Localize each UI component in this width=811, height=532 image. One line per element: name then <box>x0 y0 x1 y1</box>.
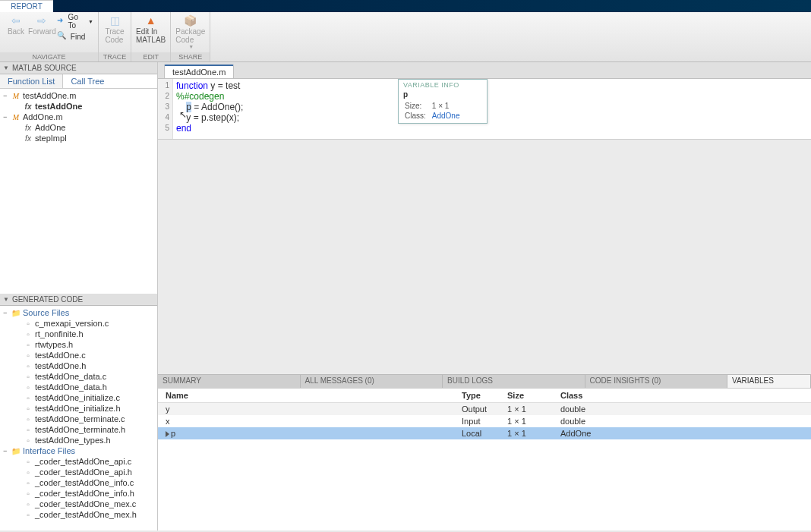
editor-tab-active[interactable]: testAddOne.m <box>164 65 234 78</box>
tree-item[interactable]: −MAddOne.m <box>0 112 157 122</box>
file-icon: ▫ <box>23 490 33 498</box>
goto-icon: ➜ <box>57 16 65 27</box>
package-code-button[interactable]: 📦Package Code▼ <box>175 14 205 49</box>
find-icon: 🔍 <box>57 31 68 42</box>
tree-item[interactable]: fxstepImpl <box>0 133 157 143</box>
tree-item[interactable]: ▫_coder_testAddOne_mex.h <box>0 509 157 520</box>
all-messages-tab[interactable]: ALL MESSAGES (0) <box>301 375 443 388</box>
matlab-source-header[interactable]: ▼MATLAB SOURCE <box>0 62 157 74</box>
editor-panel: testAddOne.m 12345 function y = test%#co… <box>158 62 811 530</box>
chevron-down-icon: ▼ <box>88 19 93 24</box>
find-button[interactable]: 🔍Find <box>57 29 93 44</box>
source-subtabs: Function List Call Tree <box>0 74 157 89</box>
file-icon: ▫ <box>23 511 33 519</box>
file-icon: ▫ <box>23 320 33 328</box>
fx-icon: fx <box>23 134 33 143</box>
tree-item[interactable]: ▫_coder_testAddOne_info.c <box>0 477 157 488</box>
file-icon: ▫ <box>23 351 33 360</box>
tree-item[interactable]: ▫testAddOne_data.c <box>0 371 157 382</box>
col-size[interactable]: Size <box>507 391 560 400</box>
back-button[interactable]: ⇦Back <box>5 14 27 36</box>
tree-item[interactable]: ▫rtwtypes.h <box>0 339 157 350</box>
file-icon: ▫ <box>23 415 33 423</box>
tooltip-title: VARIABLE INFO <box>403 81 482 89</box>
cursor-icon: ↖ <box>179 109 187 120</box>
tree-item[interactable]: ▫testAddOne_terminate.c <box>0 414 157 424</box>
goto-button[interactable]: ➜Go To▼ <box>57 14 93 29</box>
folder-icon: 📁 <box>11 447 21 455</box>
variables-tab[interactable]: VARIABLES <box>727 375 811 388</box>
tree-item[interactable]: ▫rt_nonfinite.h <box>0 329 157 339</box>
back-icon: ⇦ <box>9 14 23 27</box>
summary-tab[interactable]: SUMMARY <box>158 375 301 388</box>
tree-item[interactable]: ▫testAddOne_initialize.c <box>0 392 157 403</box>
share-label: SHARE <box>171 52 210 61</box>
file-icon: ▫ <box>23 468 33 477</box>
tooltip-var-name: p <box>403 90 482 99</box>
file-icon: ▫ <box>23 405 33 413</box>
matlab-icon: ▲ <box>144 14 158 27</box>
left-sidebar: ▼MATLAB SOURCE Function List Call Tree −… <box>0 62 158 530</box>
m-file-icon: M <box>11 92 21 100</box>
tree-item[interactable]: ▫_coder_testAddOne_mex.c <box>0 499 157 509</box>
tree-item[interactable]: ▫testAddOne.h <box>0 360 157 371</box>
tree-item[interactable]: ▫testAddOne_initialize.h <box>0 403 157 414</box>
build-logs-tab[interactable]: BUILD LOGS <box>443 375 585 388</box>
tab-strip: REPORT <box>0 0 811 12</box>
file-icon: ▫ <box>23 383 33 392</box>
variables-table: Name Type Size Class yOutput1 × 1doublex… <box>158 388 811 530</box>
tree-item[interactable]: ▫testAddOne.c <box>0 350 157 360</box>
file-icon: ▫ <box>23 500 33 508</box>
trace-code-button[interactable]: ◫Trace Code <box>103 14 126 44</box>
var-row[interactable]: pLocal1 × 1AddOne <box>158 427 811 439</box>
col-type[interactable]: Type <box>462 391 507 400</box>
tree-item[interactable]: fxAddOne <box>0 122 157 133</box>
tree-item[interactable]: ▫testAddOne_terminate.h <box>0 424 157 435</box>
report-tab[interactable]: REPORT <box>0 0 53 12</box>
code-insights-tab[interactable]: CODE INSIGHTS (0) <box>585 375 728 388</box>
trace-icon: ◫ <box>108 14 121 27</box>
tree-item[interactable]: −MtestAddOne.m <box>0 90 157 101</box>
navigate-label: NAVIGATE <box>0 52 98 61</box>
tree-item[interactable]: ▫testAddOne_types.h <box>0 435 157 445</box>
tree-item[interactable]: ▫_coder_testAddOne_api.h <box>0 467 157 477</box>
file-icon: ▫ <box>23 341 33 349</box>
call-tree-tab[interactable]: Call Tree <box>63 74 112 88</box>
var-row[interactable]: yOutput1 × 1double <box>158 403 811 415</box>
file-icon: ▫ <box>23 426 33 434</box>
source-tree[interactable]: −MtestAddOne.mfxtestAddOne−MAddOne.mfxAd… <box>0 89 157 294</box>
col-name[interactable]: Name <box>158 391 462 400</box>
tree-item[interactable]: ▫_coder_testAddOne_api.c <box>0 456 157 467</box>
tree-item[interactable]: ▫c_mexapi_version.c <box>0 318 157 329</box>
tree-item[interactable]: −📁Source Files <box>0 307 157 318</box>
chevron-down-icon: ▼ <box>188 44 194 49</box>
variable-info-tooltip: VARIABLE INFO p Size:1 × 1 Class:AddOne <box>398 79 488 124</box>
generated-code-header[interactable]: ▼GENERATED CODE <box>0 294 157 306</box>
var-row[interactable]: xInput1 × 1double <box>158 415 811 427</box>
expand-icon <box>166 431 169 437</box>
folder-icon: 📁 <box>11 309 21 317</box>
function-list-tab[interactable]: Function List <box>0 74 63 88</box>
generated-code-tree[interactable]: −📁Source Files▫c_mexapi_version.c▫rt_non… <box>0 306 157 530</box>
file-icon: ▫ <box>23 362 33 370</box>
file-icon: ▫ <box>23 330 33 338</box>
trace-label: TRACE <box>99 52 131 61</box>
col-class[interactable]: Class <box>560 391 811 400</box>
forward-icon: ⇨ <box>35 14 49 27</box>
tree-item[interactable]: ▫_coder_testAddOne_info.h <box>0 488 157 499</box>
editor-area[interactable]: 12345 function y = test%#codegen p = Add… <box>158 79 811 374</box>
m-file-icon: M <box>11 113 21 121</box>
file-icon: ▫ <box>23 394 33 402</box>
editor-tabs: testAddOne.m <box>158 62 811 79</box>
tree-item[interactable]: −📁Interface Files <box>0 445 157 456</box>
forward-button[interactable]: ⇨Forward <box>30 14 54 36</box>
file-icon: ▫ <box>23 373 33 381</box>
tooltip-class-link[interactable]: AddOne <box>432 112 460 120</box>
toolstrip: ⇦Back ⇨Forward ➜Go To▼ 🔍Find NAVIGATE ◫T… <box>0 12 811 62</box>
edit-in-matlab-button[interactable]: ▲Edit In MATLAB <box>136 14 166 44</box>
tree-item[interactable]: fxtestAddOne <box>0 101 157 112</box>
file-icon: ▫ <box>23 479 33 487</box>
package-icon: 📦 <box>184 14 197 27</box>
tree-item[interactable]: ▫testAddOne_data.h <box>0 382 157 392</box>
var-table-header: Name Type Size Class <box>158 389 811 403</box>
